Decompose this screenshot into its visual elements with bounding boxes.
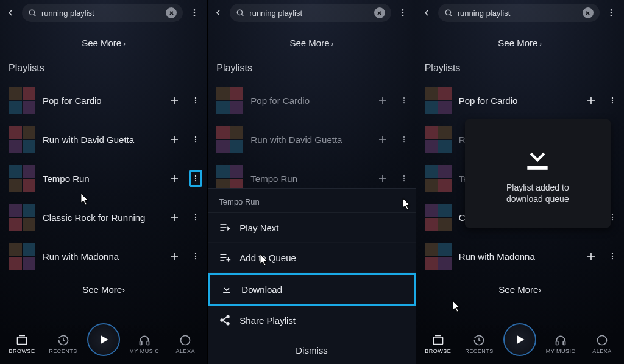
svg-marker-34 — [101, 335, 108, 343]
row-overflow-button[interactable] — [189, 131, 202, 148]
search-field[interactable] — [230, 4, 391, 22]
playlist-row[interactable]: Tempo Run — [0, 159, 207, 198]
svg-point-37 — [181, 336, 190, 345]
svg-point-81 — [611, 15, 612, 16]
nav-alexa[interactable]: ALEXA — [585, 334, 619, 354]
close-icon — [169, 10, 174, 16]
playlist-row[interactable]: Pop for Cardio — [416, 81, 624, 120]
svg-point-21 — [195, 180, 196, 181]
add-button[interactable] — [374, 170, 391, 187]
back-button[interactable] — [419, 5, 434, 21]
svg-point-4 — [194, 9, 196, 11]
nav-browse[interactable]: BROWSE — [421, 334, 455, 354]
see-more-link[interactable]: See More› — [416, 276, 624, 299]
playlist-thumbnail — [9, 126, 35, 153]
nav-label: MY MUSIC — [129, 348, 159, 354]
plus-icon — [377, 134, 388, 145]
svg-rect-64 — [221, 254, 227, 255]
playlist-row[interactable]: Pop for Cardio — [208, 81, 415, 120]
add-button[interactable] — [166, 131, 183, 148]
nav-my-music[interactable]: MY MUSIC — [127, 334, 161, 354]
nav-browse[interactable]: BROWSE — [5, 334, 39, 354]
add-button[interactable] — [583, 92, 600, 109]
playlist-row[interactable]: Run with Madonna — [416, 237, 624, 276]
svg-point-9 — [195, 97, 196, 99]
playlist-thumbnail — [9, 165, 35, 192]
now-playing-button[interactable] — [503, 323, 536, 356]
more-vertical-icon — [191, 96, 200, 105]
playlist-row[interactable]: Run with David Guetta — [0, 120, 207, 159]
add-button[interactable] — [374, 92, 391, 109]
svg-marker-99 — [517, 335, 525, 343]
clear-search-button[interactable] — [166, 7, 177, 18]
dismiss-button[interactable]: Dismiss — [208, 335, 415, 364]
overflow-button[interactable] — [186, 5, 202, 21]
overflow-button[interactable] — [395, 5, 411, 21]
svg-point-94 — [612, 253, 613, 254]
row-overflow-button[interactable] — [397, 131, 411, 148]
action-sheet-label: Download — [241, 284, 282, 295]
svg-point-86 — [612, 102, 613, 103]
playlist-row[interactable]: Pop for Cardio — [0, 81, 207, 120]
back-button[interactable] — [2, 5, 18, 21]
search-input[interactable] — [249, 9, 369, 18]
nav-alexa[interactable]: ALEXA — [168, 334, 202, 354]
see-more-link[interactable]: See More› — [0, 26, 207, 63]
back-button[interactable] — [210, 5, 226, 21]
add-button[interactable] — [166, 248, 183, 265]
action-add-to-queue[interactable]: Add to Queue — [208, 243, 415, 273]
add-button[interactable] — [166, 92, 183, 109]
action-download[interactable]: Download — [208, 273, 415, 306]
see-more-link[interactable]: See More› — [0, 276, 207, 299]
playlist-thumbnail — [425, 243, 452, 270]
search-input[interactable] — [41, 9, 161, 18]
svg-rect-35 — [140, 341, 141, 345]
svg-point-26 — [195, 219, 196, 220]
search-field[interactable] — [22, 4, 183, 22]
clear-search-button[interactable] — [374, 7, 385, 18]
nav-recents[interactable]: RECENTS — [46, 334, 80, 354]
plus-icon — [169, 134, 180, 145]
action-play-next[interactable]: Play Next — [208, 213, 415, 243]
playlist-row[interactable]: Classic Rock for Running — [0, 198, 207, 237]
add-button[interactable] — [583, 248, 600, 265]
playlist-row[interactable]: Run with Madonna — [0, 237, 207, 276]
playlist-thumbnail — [425, 204, 452, 231]
nav-my-music[interactable]: MY MUSIC — [544, 334, 578, 354]
add-button[interactable] — [166, 209, 183, 226]
row-overflow-button[interactable] — [606, 248, 619, 265]
action-share-playlist[interactable]: Share Playlist — [208, 306, 415, 335]
row-overflow-button[interactable] — [189, 248, 202, 265]
overflow-button[interactable] — [603, 5, 619, 21]
plus-icon — [586, 95, 597, 106]
search-input[interactable] — [458, 9, 578, 18]
row-overflow-button[interactable] — [189, 209, 202, 226]
add-button[interactable] — [374, 131, 391, 148]
plus-icon — [169, 251, 180, 262]
svg-rect-101 — [563, 341, 565, 345]
nav-recents[interactable]: RECENTS — [462, 334, 496, 354]
row-overflow-button[interactable] — [397, 170, 411, 187]
svg-point-58 — [403, 178, 404, 179]
more-vertical-icon — [608, 252, 617, 261]
row-overflow-button[interactable] — [397, 92, 411, 109]
row-overflow-button[interactable] — [606, 92, 619, 109]
playlist-row[interactable]: Run with David Guetta — [208, 120, 415, 159]
see-more-link[interactable]: See More› — [208, 26, 415, 63]
add-button[interactable] — [166, 170, 183, 187]
svg-point-11 — [195, 102, 196, 103]
svg-point-70 — [221, 319, 223, 321]
clear-search-button[interactable] — [583, 7, 594, 18]
playlist-thumbnail — [9, 87, 35, 114]
plus-icon — [169, 95, 180, 106]
row-overflow-button[interactable] — [189, 92, 202, 109]
now-playing-button[interactable] — [87, 323, 120, 356]
headphones-icon — [138, 334, 151, 346]
nav-label: RECENTS — [49, 348, 77, 354]
search-field[interactable] — [438, 4, 600, 22]
playlist-title: Tempo Run — [43, 173, 158, 184]
action-sheet-label: Share Playlist — [239, 315, 296, 326]
see-more-link[interactable]: See More› — [416, 26, 624, 63]
row-overflow-button[interactable] — [189, 170, 202, 187]
headphones-icon — [555, 334, 567, 346]
